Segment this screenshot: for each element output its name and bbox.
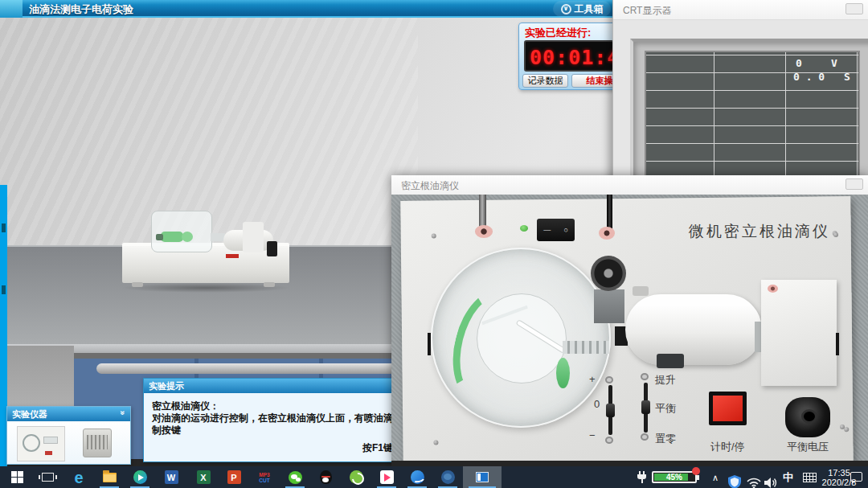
thumb-part [43, 437, 58, 444]
hint-line1: 对油滴的运动进行控制，在密立根油滴仪上面，有喷油滴管，电压的调 [152, 412, 395, 425]
camera-lens-top [591, 256, 626, 291]
cable-grommet [475, 225, 493, 238]
touch-keyboard-icon[interactable] [803, 473, 817, 482]
hint-header[interactable]: 实验提示 [144, 379, 395, 393]
timing-stop-label: 计时/停 [710, 440, 745, 454]
cable-grommet [599, 227, 615, 240]
taskbar-edge[interactable]: e [63, 466, 94, 488]
taskbar-wechat[interactable] [280, 466, 310, 488]
mode-up-label: 提升 [655, 373, 676, 388]
play-icon [133, 470, 147, 484]
taskbar-excel[interactable]: X [188, 466, 219, 488]
mode-switch-knob[interactable] [641, 400, 650, 414]
end-operation-label: 结束操 [587, 75, 613, 87]
experiment-app-icon [476, 472, 489, 482]
toolbox-label: 工具箱 [575, 2, 604, 16]
record-data-label: 记录数据 [528, 75, 563, 87]
crt-time-unit: S [844, 71, 850, 83]
power-rocker-switch[interactable]: — ○ [537, 219, 575, 241]
crt-voltage-value: 0 [796, 57, 802, 69]
task-view-button[interactable] [32, 466, 63, 488]
toolbox-button[interactable]: ∨ 工具箱 [553, 1, 611, 17]
ime-indicator[interactable]: 中 [783, 470, 793, 488]
ccd-microscope-cylinder[interactable] [625, 294, 762, 365]
chamber-green-part [161, 232, 183, 242]
chamber-dark-part [156, 234, 163, 240]
start-button[interactable] [2, 466, 32, 488]
shield-icon[interactable] [728, 471, 741, 488]
word-icon: W [165, 470, 178, 484]
polarity-plus-label: + [589, 373, 596, 385]
panel-bottom-shadow [391, 461, 868, 466]
crt-screen[interactable]: 0 V 0 . 0 S [645, 51, 860, 187]
oil-window-title-bar[interactable]: 密立根油滴仪 [391, 175, 868, 195]
hidden-icons-chevron[interactable]: ∧ [712, 473, 719, 488]
record-data-button[interactable]: 记录数据 [522, 74, 568, 88]
task-view-icon [42, 473, 54, 482]
crt-time-value: 0 . 0 [793, 71, 825, 83]
instrument-thumbnail-crt-monitor[interactable] [83, 429, 112, 457]
powerpoint-icon: P [227, 470, 241, 484]
hint-footer-f1: 按F1键查 [362, 441, 395, 455]
taskbar-powerpoint[interactable]: P [219, 466, 249, 488]
taskbar-active-experiment-app[interactable] [463, 466, 502, 488]
panel-side-slot [428, 333, 431, 355]
youku-play-icon [380, 470, 394, 484]
apparatus-foot [264, 282, 275, 287]
wifi-icon[interactable] [747, 473, 761, 488]
windows-logo-icon [11, 471, 23, 483]
taskbar-file-explorer[interactable] [94, 466, 125, 488]
collapse-chevron-icon[interactable]: » [119, 411, 128, 416]
crt-window-title-bar[interactable]: CRT显示器 [613, 0, 868, 20]
hint-line2: 制按键 [152, 424, 181, 437]
polarity-zero-label: 0 [594, 398, 600, 410]
power-led [520, 225, 528, 232]
crt-window-button[interactable] [845, 3, 863, 14]
taskbar-youku[interactable] [371, 466, 402, 488]
taskbar-video-player[interactable] [125, 466, 155, 488]
taskbar: e W X P MP3CUT 45% ∧ [0, 466, 868, 488]
sidebar-strip-glyph [2, 285, 6, 294]
apparatus-knob-3d [267, 241, 277, 256]
taskbar-green-app[interactable] [341, 466, 371, 488]
crt-window-title: CRT显示器 [623, 4, 671, 18]
apparatus-foot [132, 282, 143, 287]
panel-screw [840, 424, 845, 429]
instrument-thumbnail-oil-apparatus[interactable] [17, 426, 65, 461]
instruments-header[interactable]: 实验仪器 » [7, 407, 130, 421]
chevron-down-circle-icon: ∨ [561, 4, 571, 14]
polarity-switch-knob[interactable] [606, 404, 615, 417]
oil-drop-chamber[interactable] [431, 248, 611, 428]
taskbar-blue-app[interactable] [402, 466, 432, 488]
folder-icon [103, 473, 117, 482]
taskbar-mp3cut[interactable]: MP3CUT [249, 466, 280, 488]
green-oil-bottle[interactable] [556, 358, 570, 388]
oil-drop-apparatus-window: 密立根油滴仪 — ○ [391, 175, 868, 466]
crt-display-window: CRT显示器 0 V 0 . 0 S [612, 0, 868, 187]
taskbar-globe-app[interactable] [432, 466, 463, 488]
polarity-switch-bottom-hole [605, 437, 613, 444]
balance-voltage-knob[interactable] [785, 397, 830, 437]
battery-percent: 45% [653, 473, 695, 482]
screen: 油滴法测电子电荷实验 ∨ 工具箱 实验已经进行: 00:01:4 记录数据 结束… [0, 0, 868, 488]
timing-stop-button[interactable] [709, 392, 747, 425]
instruments-panel: 实验仪器 » [6, 406, 131, 465]
polarity-switch-top-hole [605, 376, 613, 383]
balance-voltage-label: 平衡电压 [787, 440, 829, 454]
experiment-timer-panel: 实验已经进行: 00:01:4 记录数据 结束操 [518, 23, 617, 90]
apparatus-red-button-3d [226, 254, 239, 258]
millikan-apparatus-3d[interactable] [121, 207, 293, 291]
battery-nub [697, 475, 699, 480]
oil-window-button[interactable] [845, 178, 863, 190]
power-on-mark: — [543, 226, 551, 234]
hint-title: 实验提示 [149, 380, 184, 392]
action-center-icon[interactable] [850, 472, 862, 482]
panel-side-slot [836, 333, 839, 355]
experiment-hint-panel: 实验提示 密立根油滴仪： 对油滴的运动进行控制，在密立根油滴仪上面，有喷油滴管，… [143, 378, 396, 462]
taskbar-word[interactable]: W [156, 466, 186, 488]
taskbar-qq[interactable] [310, 466, 341, 488]
battery-indicator[interactable]: 45% [652, 471, 697, 483]
globe-icon [441, 470, 455, 484]
speaker-icon[interactable] [764, 472, 779, 488]
polarity-minus-label: − [589, 429, 596, 441]
